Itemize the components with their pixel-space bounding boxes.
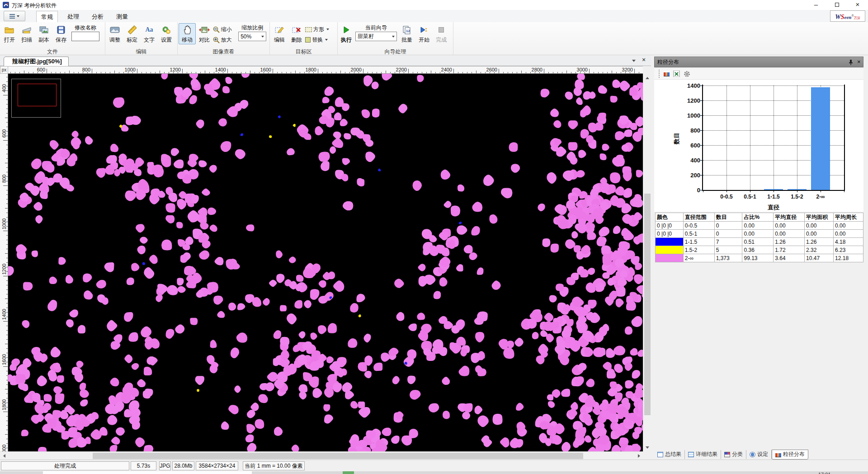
minimize-button[interactable]: – <box>806 0 826 10</box>
column-header: 平均直径 <box>774 213 805 222</box>
panel-tab-summary[interactable]: 总结果 <box>654 450 685 459</box>
ruler-label: 600 <box>1 124 7 142</box>
panel-tab-classify[interactable]: 分类 <box>721 450 746 459</box>
chart-tool-icon[interactable] <box>664 71 670 76</box>
panel-title-bar: 粒径分布 × <box>654 57 863 67</box>
panel-tab-config[interactable]: 设定 <box>746 450 772 459</box>
current-wizard-combobox[interactable]: 甜菜籽 <box>355 32 397 41</box>
gridline <box>774 85 774 190</box>
calibrate-button[interactable]: 标定 <box>123 23 141 44</box>
target-delete-button[interactable]: 删除 <box>288 23 305 44</box>
panel-tab-label: 总结果 <box>665 450 681 458</box>
navigator-viewport-rect[interactable] <box>18 84 57 106</box>
compare-button[interactable]: 对比 <box>196 23 213 44</box>
ruler-unit-label: px <box>0 66 8 74</box>
maximize-button[interactable] <box>826 0 847 10</box>
ruler-tick <box>6 145 8 145</box>
stop-square-icon <box>439 24 444 36</box>
horizontal-scroll-thumb[interactable] <box>93 453 583 459</box>
table-row[interactable]: 1.5-250.361.722.326.23 <box>656 246 863 254</box>
excel-export-icon[interactable] <box>673 71 680 77</box>
panel-tab-detail[interactable]: 详细结果 <box>685 450 721 459</box>
ruler-tick <box>6 77 8 77</box>
square-region-button[interactable]: 方形 <box>305 25 335 34</box>
text-button[interactable]: Aa 文字 <box>141 23 158 44</box>
ruler-tick <box>417 72 418 73</box>
settings-button[interactable]: 设置 <box>158 23 175 44</box>
settings-gear-icon[interactable] <box>684 71 690 77</box>
x-axis <box>702 190 845 191</box>
taskbar-app-button[interactable] <box>43 471 252 474</box>
ruler-tick <box>6 149 8 150</box>
ruler-tick <box>6 393 8 394</box>
ruler-tick <box>182 69 183 73</box>
zoom-out-button[interactable]: 缩小 <box>213 25 236 34</box>
vertical-scrollbar[interactable] <box>643 74 651 451</box>
finish-button[interactable]: 完成 <box>433 23 450 44</box>
rename-input[interactable] <box>71 32 99 41</box>
ruler-tick <box>24 71 24 73</box>
svg-text:12: 12 <box>406 29 410 33</box>
ruler-tick <box>92 69 92 73</box>
table-row[interactable]: 2-∞1,37399.133.6410.4712.18 <box>656 254 863 262</box>
save-button[interactable]: 保存 <box>52 23 70 44</box>
vertical-ruler: 400600800100012001400160018002000 <box>0 74 8 451</box>
ruler-tick <box>6 339 8 340</box>
open-button[interactable]: 打开 <box>1 23 18 44</box>
app-menu-button[interactable] <box>4 11 25 21</box>
summary-icon <box>657 452 663 457</box>
pin-icon[interactable] <box>848 59 854 66</box>
document-close-icon[interactable]: × <box>642 56 646 63</box>
table-row[interactable]: 0 |0 |00.5-100.000.000.000.00 <box>656 230 863 238</box>
adjust-button[interactable]: 调整 <box>106 23 123 44</box>
document-tab[interactable]: 辣椒籽图.jpg[50%] <box>4 57 69 66</box>
table-row[interactable]: 0 |0 |00-0.500.000.000.000.00 <box>656 222 863 230</box>
target-edit-button[interactable]: 编辑 <box>271 23 288 44</box>
ruler-tick <box>566 71 567 73</box>
table-row[interactable]: 1-1.570.511.261.264.18 <box>656 238 863 246</box>
table-header-row: 颜色直径范围数目占比%平均直径平均面积平均周长 <box>656 213 863 222</box>
tab-list-dropdown-icon[interactable] <box>632 60 636 62</box>
image-canvas[interactable] <box>8 74 643 451</box>
move-button[interactable]: 移动 <box>179 23 196 44</box>
tab-general[interactable]: 常规 <box>36 11 58 22</box>
scan-button[interactable]: 扫描 <box>18 23 35 44</box>
ruler-label: 400 <box>1 79 7 97</box>
ruler-tick <box>508 72 508 73</box>
table-cell: 4.18 <box>834 238 863 246</box>
taskbar-sliver: 17:01 <box>0 471 868 474</box>
detail-icon <box>688 452 694 457</box>
run-button[interactable]: 执行 <box>339 23 354 44</box>
scroll-down-button[interactable] <box>643 443 651 451</box>
panel-toolbar <box>654 68 863 80</box>
horizontal-scrollbar[interactable] <box>0 451 643 460</box>
tab-measure[interactable]: 测量 <box>111 11 133 22</box>
scroll-left-button[interactable] <box>0 452 8 460</box>
zoom-ratio-combobox[interactable]: 50% <box>238 32 266 41</box>
ruler-tick <box>5 299 8 299</box>
zoom-in-button[interactable]: 放大 <box>213 35 236 44</box>
overview-navigator[interactable] <box>11 79 61 118</box>
ruler-tick <box>6 258 8 258</box>
scroll-right-button[interactable] <box>635 452 643 460</box>
ruler-tick <box>458 72 458 73</box>
scroll-up-button[interactable] <box>643 74 651 82</box>
vertical-scroll-thumb[interactable] <box>644 194 651 415</box>
column-header: 平均面积 <box>805 213 834 222</box>
gridline <box>750 85 750 190</box>
ruler-tick <box>5 163 8 163</box>
start-button[interactable]: 开始 <box>415 23 433 44</box>
duplicate-button[interactable]: 副本 <box>35 23 52 44</box>
ruler-tick <box>6 199 8 199</box>
panel-tab-chart[interactable]: 粒径分布 <box>772 450 808 460</box>
tab-process[interactable]: 处理 <box>62 11 84 22</box>
ruler-tick <box>594 72 594 73</box>
close-button[interactable]: × <box>847 0 868 10</box>
y-axis <box>702 85 703 191</box>
ruler-tick <box>6 430 8 430</box>
batch-button[interactable]: 12 批量 <box>398 23 415 44</box>
panel-close-icon[interactable]: × <box>857 57 861 67</box>
replace-region-button[interactable]: 替换 <box>305 35 335 44</box>
tab-analyze[interactable]: 分析 <box>87 11 108 22</box>
ruler-tick <box>241 72 241 73</box>
